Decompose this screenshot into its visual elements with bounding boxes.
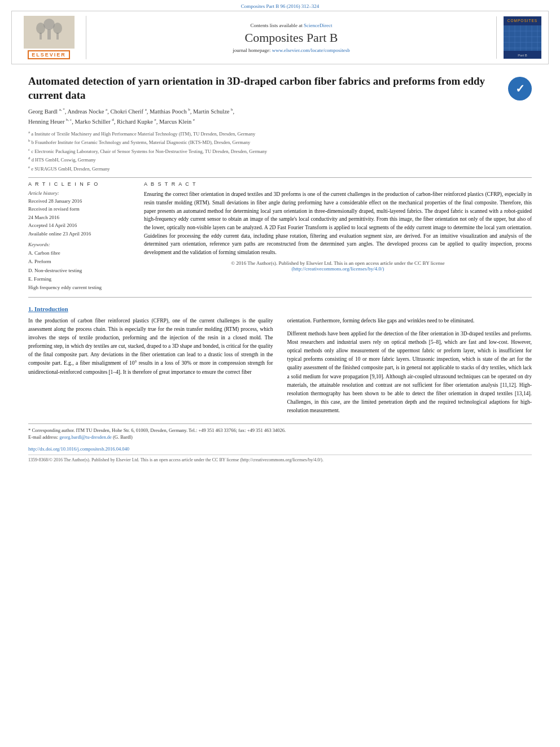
intro-right-p2: Different methods have been applied for …	[287, 330, 532, 416]
divider-1	[28, 177, 532, 178]
received-date: Received 28 January 2016	[28, 197, 133, 205]
keyword-5: High frequency eddy current testing	[28, 283, 133, 292]
intro-body: In the production of carbon fiber reinfo…	[28, 317, 532, 416]
sciencedirect-link[interactable]: ScienceDirect	[304, 23, 332, 28]
accepted-date: Accepted 14 April 2016	[28, 221, 133, 229]
revised-label: Received in revised form	[28, 205, 133, 213]
elsevier-tree-image	[24, 16, 75, 49]
intro-left-col: In the production of carbon fiber reinfo…	[28, 317, 273, 416]
footnote-corresponding: * Corresponding author. ITM TU Dresden, …	[28, 427, 532, 434]
divider-2	[28, 297, 532, 298]
crossmark-badge: ✓	[508, 77, 532, 101]
svg-rect-7	[504, 25, 541, 51]
homepage-url[interactable]: www.elsevier.com/locate/compositesb	[272, 47, 350, 53]
abstract-heading: A B S T R A C T	[144, 181, 532, 187]
info-abstract-row: A R T I C L E I N F O Article history: R…	[28, 181, 532, 292]
article-info-col: A R T I C L E I N F O Article history: R…	[28, 181, 133, 292]
keyword-1: A. Carbon fibre	[28, 249, 133, 257]
main-content: Automated detection of yarn orientation …	[0, 69, 560, 468]
abstract-col: A B S T R A C T Ensuring the correct fib…	[144, 181, 532, 292]
svg-point-3	[36, 23, 45, 34]
cc-url[interactable]: (http://creativecommons.org/licenses/by/…	[292, 266, 384, 272]
footnote-section: * Corresponding author. ITM TU Dresden, …	[28, 423, 532, 442]
doi-line: http://dx.doi.org/10.1016/j.compositesb.…	[28, 445, 532, 452]
affiliation-b: b b Fraunhofer Institute for Ceramic Tec…	[28, 138, 532, 146]
history-label: Article history:	[28, 190, 133, 196]
composites-logo-area: composites Part B	[496, 16, 541, 59]
cc-license-line: © 2016 The Author(s). Published by Elsev…	[144, 260, 532, 272]
journal-main-title: Composites Part B	[93, 30, 489, 45]
elsevier-logo-area: ELSEVIER	[19, 16, 86, 59]
available-date: Available online 23 April 2016	[28, 230, 133, 238]
svg-rect-2	[47, 29, 51, 40]
svg-rect-6	[56, 33, 59, 40]
affiliation-d: d d HTS GmbH, Coswig, Germany	[28, 155, 532, 164]
composites-logo-box: composites Part B	[504, 16, 541, 59]
svg-rect-5	[40, 33, 42, 40]
composites-image	[504, 25, 541, 51]
authors-line: Georg Bardl a, *, Andreas Nocke a, Chokr…	[28, 107, 532, 126]
journal-citation: Composites Part B 96 (2016) 312–324	[0, 0, 560, 11]
journal-homepage: journal homepage: www.elsevier.com/locat…	[93, 47, 489, 53]
keywords-label: Keywords:	[28, 242, 133, 247]
footer-issn-line: 1359-8368/© 2016 The Author(s). Publishe…	[28, 455, 532, 462]
journal-info-center: Contents lists available at ScienceDirec…	[93, 23, 489, 53]
tree-svg	[24, 16, 75, 49]
journal-header-box: ELSEVIER Contents lists available at Sci…	[11, 11, 549, 64]
keyword-2: A. Preform	[28, 257, 133, 266]
affiliation-a: a a Institute of Textile Machinery and H…	[28, 129, 532, 138]
doi-url[interactable]: http://dx.doi.org/10.1016/j.compositesb.…	[28, 446, 129, 452]
revised-date: 24 March 2016	[28, 213, 133, 221]
contents-available: Contents lists available at ScienceDirec…	[93, 23, 489, 28]
footnote-email-line: E-mail address: georg.bardl@tu-dresden.d…	[28, 434, 532, 441]
intro-title: 1. Introduction	[28, 305, 532, 312]
elsevier-brand-label: ELSEVIER	[28, 50, 70, 59]
footnote-email[interactable]: georg.bardl@tu-dresden.de	[59, 434, 112, 440]
affiliation-e: e e SURAGUS GmbH, Dresden, Germany	[28, 164, 532, 173]
abstract-text: Ensuring the correct fiber orientation i…	[144, 190, 532, 257]
intro-section: 1. Introduction In the production of car…	[28, 305, 532, 416]
affiliations-block: a a Institute of Textile Machinery and H…	[28, 129, 532, 173]
article-title: Automated detection of yarn orientation …	[28, 75, 500, 102]
svg-point-4	[53, 23, 62, 34]
affiliation-c: c c Electronic Packaging Laboratory, Cha…	[28, 147, 532, 155]
article-info-heading: A R T I C L E I N F O	[28, 181, 133, 187]
keyword-4: E. Forming	[28, 275, 133, 283]
keyword-3: D. Non-destructive testing	[28, 267, 133, 275]
intro-right-col: orientation. Furthermore, forming defect…	[287, 317, 532, 416]
intro-right-p1: orientation. Furthermore, forming defect…	[287, 317, 532, 325]
